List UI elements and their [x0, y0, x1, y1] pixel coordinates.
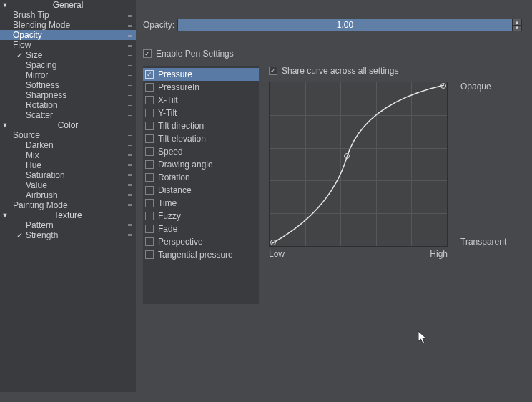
tree-item[interactable]: Rotation — [0, 100, 136, 110]
curve-handle-start[interactable] — [270, 240, 276, 245]
drag-handle-icon[interactable] — [127, 184, 133, 187]
sensor-row[interactable]: Tangential pressure — [143, 248, 259, 261]
sensor-checkbox[interactable] — [145, 225, 154, 233]
tree-item[interactable]: Source — [0, 130, 136, 140]
drag-handle-icon[interactable] — [127, 234, 133, 237]
sensor-checkbox[interactable] — [145, 147, 154, 156]
sensor-checkbox[interactable] — [145, 134, 154, 143]
drag-handle-icon[interactable] — [127, 104, 133, 107]
collapse-triangle-icon[interactable]: ▼ — [0, 0, 10, 10]
section-header[interactable]: ▼Texture — [0, 210, 136, 220]
section-header[interactable]: ▼General — [0, 0, 136, 10]
sensor-checkbox[interactable] — [145, 173, 154, 182]
sensor-checkbox[interactable] — [145, 250, 154, 259]
drag-handle-icon[interactable] — [127, 24, 133, 27]
tree-item[interactable]: Mirror — [0, 70, 136, 80]
curve-handle-mid[interactable] — [344, 153, 350, 159]
tree-item[interactable]: Airbrush — [0, 190, 136, 200]
sensor-row[interactable]: Tilt elevation — [143, 132, 259, 145]
sensor-checkbox[interactable] — [145, 109, 154, 117]
drag-handle-icon[interactable] — [127, 144, 133, 147]
sensor-list[interactable]: ✓PressurePressureInX-TiltY-TiltTilt dire… — [143, 66, 259, 304]
sensor-row[interactable]: Y-Tilt — [143, 107, 259, 119]
spinner-down-icon[interactable]: ▼ — [513, 26, 521, 31]
tree-item[interactable]: Scatter — [0, 110, 136, 120]
curve-handle-end[interactable] — [440, 83, 446, 89]
sensor-checkbox[interactable] — [145, 160, 154, 169]
sensor-checkbox[interactable] — [145, 122, 154, 130]
drag-handle-icon[interactable] — [127, 84, 133, 87]
tree-item-label: Scatter — [26, 110, 127, 120]
tree-item[interactable]: Painting Mode — [0, 200, 136, 210]
tree-item[interactable]: Blending Mode — [0, 20, 136, 30]
pressure-curve-editor[interactable] — [269, 82, 448, 247]
opacity-slider-track[interactable]: 1.00 — [177, 19, 513, 31]
drag-handle-icon[interactable] — [127, 94, 133, 97]
opacity-slider-row: Opacity: 1.00 ▲ ▼ — [143, 19, 522, 31]
share-curve-checkbox[interactable]: ✓ — [269, 67, 277, 75]
drag-handle-icon[interactable] — [127, 204, 133, 207]
drag-handle-icon[interactable] — [127, 14, 133, 17]
opacity-spinner[interactable]: ▲ ▼ — [513, 19, 522, 31]
drag-handle-icon[interactable] — [127, 224, 133, 227]
tree-item-label: Flow — [13, 40, 127, 50]
tree-item[interactable]: ✓Size — [0, 50, 136, 60]
sensor-row[interactable]: Tilt direction — [143, 119, 259, 132]
tree-item[interactable]: Value — [0, 180, 136, 190]
drag-handle-icon[interactable] — [127, 174, 133, 177]
sensor-checkbox[interactable] — [145, 96, 154, 104]
sensor-label: X-Tilt — [158, 95, 259, 105]
sensor-row[interactable]: Fade — [143, 222, 259, 235]
tree-item[interactable]: Hue — [0, 160, 136, 170]
tree-item[interactable]: Spacing — [0, 60, 136, 70]
sensor-row[interactable]: Drawing angle — [143, 158, 259, 171]
sensor-checkbox[interactable] — [145, 83, 154, 92]
tree-item[interactable]: Softness — [0, 80, 136, 90]
sensor-row[interactable]: Speed — [143, 145, 259, 158]
drag-handle-icon[interactable] — [127, 74, 133, 77]
sensor-label: Tilt elevation — [158, 134, 259, 144]
sensor-label: Distance — [158, 185, 259, 195]
sensor-row[interactable]: Time — [143, 197, 259, 210]
drag-handle-icon[interactable] — [127, 164, 133, 167]
tree-item[interactable]: ✓Strength — [0, 230, 136, 240]
sensor-checkbox[interactable] — [145, 212, 154, 220]
sensor-row[interactable]: PressureIn — [143, 81, 259, 94]
drag-handle-icon[interactable] — [127, 44, 133, 47]
tree-item[interactable]: Brush Tip — [0, 10, 136, 20]
sensor-row[interactable]: X-Tilt — [143, 94, 259, 107]
tree-item[interactable]: Pattern — [0, 220, 136, 230]
tree-item[interactable]: Saturation — [0, 170, 136, 180]
enable-pen-settings-checkbox[interactable]: ✓ — [143, 49, 152, 58]
sensor-row[interactable]: Fuzzy — [143, 210, 259, 222]
tree-item[interactable]: Mix — [0, 150, 136, 160]
enable-pen-settings-row[interactable]: ✓ Enable Pen Settings — [143, 49, 522, 59]
tree-item[interactable]: Opacity — [0, 30, 136, 40]
sensor-checkbox[interactable]: ✓ — [145, 70, 154, 79]
sensor-checkbox[interactable] — [145, 237, 154, 246]
collapse-triangle-icon[interactable]: ▼ — [0, 120, 10, 130]
curve-x-left-label: Low — [269, 249, 285, 259]
sensor-row[interactable]: ✓Pressure — [143, 68, 259, 81]
share-curve-row[interactable]: ✓ Share curve across all settings — [269, 66, 522, 76]
brush-property-tree[interactable]: ▼GeneralBrush TipBlending ModeOpacityFlo… — [0, 0, 136, 392]
section-header[interactable]: ▼Color — [0, 120, 136, 130]
spinner-up-icon[interactable]: ▲ — [513, 19, 521, 26]
sensor-checkbox[interactable] — [145, 199, 154, 207]
tree-item[interactable]: Sharpness — [0, 90, 136, 100]
drag-handle-icon[interactable] — [127, 154, 133, 157]
sensor-row[interactable]: Distance — [143, 184, 259, 197]
drag-handle-icon[interactable] — [127, 34, 133, 37]
drag-handle-icon[interactable] — [127, 54, 133, 57]
drag-handle-icon[interactable] — [127, 114, 133, 117]
collapse-triangle-icon[interactable]: ▼ — [0, 210, 10, 220]
sensor-checkbox[interactable] — [145, 186, 154, 195]
tree-item[interactable]: Flow — [0, 40, 136, 50]
drag-handle-icon[interactable] — [127, 194, 133, 197]
sensor-row[interactable]: Rotation — [143, 171, 259, 184]
opacity-slider[interactable]: 1.00 ▲ ▼ — [177, 19, 522, 31]
tree-item[interactable]: Darken — [0, 140, 136, 150]
drag-handle-icon[interactable] — [127, 64, 133, 67]
drag-handle-icon[interactable] — [127, 134, 133, 137]
sensor-row[interactable]: Perspective — [143, 235, 259, 248]
